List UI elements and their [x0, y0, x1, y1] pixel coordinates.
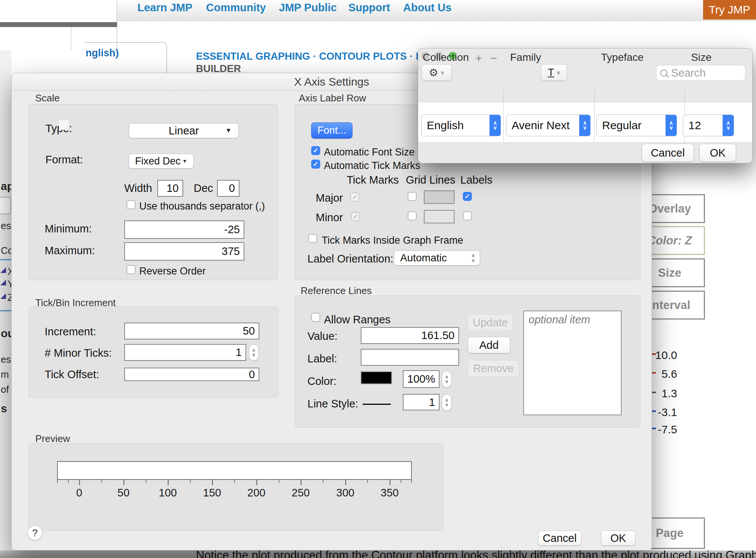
minor-ticks-field[interactable]: [124, 344, 246, 361]
axis-tick-label: 100: [159, 487, 177, 499]
collection-popup[interactable]: English ∧∨: [421, 115, 501, 136]
font-panel-actions-button[interactable]: ⚙ ∨: [422, 64, 452, 81]
type-value: Linear: [169, 125, 199, 137]
axis-minor-tick: [401, 480, 401, 483]
dec-field[interactable]: [217, 180, 239, 197]
minor-grid-color-swatch[interactable]: [424, 210, 455, 223]
size-header: Size: [691, 51, 711, 63]
typeface-popup[interactable]: Regular ∧∨: [596, 115, 677, 136]
minor-ticks-label: # Minor Ticks:: [45, 347, 112, 359]
background-left-column: ap es Co X Y Z ou es m of l s: [0, 50, 11, 550]
search-input[interactable]: [670, 66, 736, 80]
allow-ranges-checkbox[interactable]: [311, 313, 320, 322]
axis-tick-label: 0: [76, 487, 82, 499]
preview-axis-frame: [57, 461, 412, 480]
size-popup[interactable]: 12 ∧∨: [683, 115, 734, 136]
screen: Learn JMP Community JMP Public Support A…: [0, 0, 756, 558]
ref-line-width-field[interactable]: [403, 394, 440, 410]
major-grid-color-swatch[interactable]: [424, 190, 455, 204]
popup-stepper-icon: ∧∨: [723, 115, 734, 136]
reference-lines-listbox[interactable]: optional item: [523, 311, 622, 415]
font-button[interactable]: Font...: [311, 122, 352, 139]
axis-major-tick: [390, 480, 390, 485]
allow-ranges-label: Allow Ranges: [324, 314, 390, 326]
remove-collection-button[interactable]: −: [490, 51, 497, 65]
ref-line-width-stepper[interactable]: ∧∨: [442, 394, 452, 411]
axis-tick-label: 250: [292, 487, 310, 499]
divider: [0, 310, 11, 311]
ref-color-swatch[interactable]: [361, 371, 392, 384]
minor-labels-checkbox[interactable]: [463, 211, 472, 220]
nav-link-jmp-public[interactable]: JMP Public: [279, 2, 337, 14]
ref-alpha-stepper[interactable]: ∧∨: [442, 371, 452, 388]
popup-chevrons-icon: ∧∨: [471, 253, 475, 263]
clipped-text: m: [1, 369, 9, 380]
try-jmp-button[interactable]: Try JMP: [703, 0, 756, 20]
axis-label-row-section-label: Axis Label Row: [299, 92, 366, 104]
width-label: Width: [124, 182, 152, 195]
axis-major-tick: [123, 480, 124, 485]
text-decoration-button[interactable]: T ∨: [541, 64, 567, 81]
popup-stepper-icon: ∧∨: [489, 115, 501, 136]
legend-value: -7.5: [653, 423, 677, 436]
remove-button[interactable]: Remove: [468, 360, 519, 377]
major-tick-marks-checkbox[interactable]: ✓: [350, 193, 359, 202]
axis-minor-tick: [323, 480, 324, 483]
breadcrumb[interactable]: ESSENTIAL GRAPHING · CONTOUR PLOTS · EXA…: [196, 51, 445, 62]
background-window-bar: [0, 22, 117, 27]
major-labels-checkbox[interactable]: ✓: [463, 192, 472, 201]
axis-major-tick: [345, 480, 346, 485]
auto-font-size-checkbox[interactable]: ✓: [311, 146, 320, 155]
increment-label: Increment:: [45, 326, 96, 338]
type-dropdown[interactable]: Linear ▼: [129, 123, 239, 138]
ref-alpha-field[interactable]: [403, 370, 440, 388]
minor-ticks-stepper[interactable]: ∧∨: [249, 344, 259, 361]
maximum-field[interactable]: [124, 242, 244, 261]
font-ok-button[interactable]: OK: [699, 144, 736, 162]
reverse-order-checkbox[interactable]: [127, 265, 136, 274]
axis-major-tick: [301, 480, 301, 485]
dialog-ok-button[interactable]: OK: [601, 531, 636, 546]
nav-link-learn-jmp[interactable]: Learn JMP: [137, 2, 193, 14]
add-collection-button[interactable]: +: [475, 51, 482, 65]
nav-link-about-us[interactable]: About Us: [403, 2, 452, 14]
label-orientation-popup[interactable]: Automatic ∧∨: [394, 250, 480, 265]
divider: [0, 259, 11, 260]
axis-major-tick: [212, 480, 213, 485]
auto-tick-marks-label: Automatic Tick Marks: [324, 160, 420, 172]
minor-grid-lines-checkbox[interactable]: [408, 211, 417, 220]
thousands-separator-checkbox[interactable]: [127, 200, 136, 209]
legend-value: 1.3: [653, 387, 677, 400]
minimum-field[interactable]: [124, 220, 244, 239]
font-cancel-button[interactable]: Cancel: [642, 144, 694, 162]
dialog-cancel-button[interactable]: Cancel: [538, 531, 581, 546]
format-dropdown[interactable]: Fixed Dec ▼: [129, 154, 194, 169]
family-value: Avenir Next: [506, 119, 579, 132]
major-row-label: Major: [316, 192, 343, 204]
auto-tick-marks-checkbox[interactable]: ✓: [311, 160, 320, 169]
axis-major-tick: [79, 480, 80, 485]
add-button[interactable]: Add: [468, 337, 510, 353]
render-artifact: [59, 120, 69, 130]
line-style-sample[interactable]: [363, 404, 391, 405]
clipped-text: ap: [1, 180, 11, 193]
tick-offset-field[interactable]: [124, 368, 259, 381]
ref-value-field[interactable]: [361, 327, 459, 344]
increment-field[interactable]: [124, 323, 259, 339]
nav-link-community[interactable]: Community: [206, 2, 266, 14]
reverse-order-label: Reverse Order: [139, 265, 206, 277]
ticks-inside-frame-checkbox[interactable]: [308, 234, 317, 243]
help-button[interactable]: ?: [27, 525, 42, 540]
minor-tick-marks-checkbox[interactable]: ✓: [351, 212, 360, 221]
ticks-inside-frame-label: Tick Marks Inside Graph Frame: [322, 235, 463, 246]
update-button[interactable]: Update: [468, 314, 513, 331]
width-field[interactable]: [157, 180, 183, 197]
major-grid-lines-checkbox[interactable]: [408, 192, 417, 201]
axis-major-tick: [168, 480, 169, 485]
family-popup[interactable]: Avenir Next ∧∨: [506, 115, 590, 136]
axis-minor-tick: [101, 480, 102, 483]
ref-label-field[interactable]: [361, 349, 459, 366]
label-orientation-value: Automatic: [400, 252, 447, 264]
nav-link-support[interactable]: Support: [348, 2, 390, 14]
column-type-icon: [0, 293, 6, 299]
